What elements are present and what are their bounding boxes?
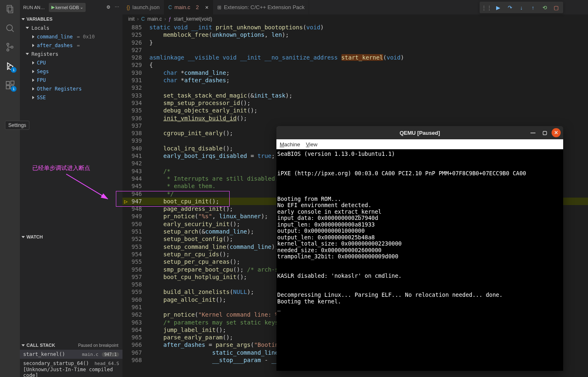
qemu-menubar[interactable]: Machine View xyxy=(276,139,563,149)
code-line[interactable]: 928asmlinkage __visible void __init __no… xyxy=(122,54,588,61)
editor-tab[interactable]: Cmain.c2× xyxy=(164,0,213,14)
local-variable[interactable]: after_dashes= xyxy=(22,41,122,50)
gear-icon[interactable]: ⚙ xyxy=(106,5,110,10)
code-content: memblock_free(unknown_options, len); xyxy=(149,31,289,38)
line-number: 885 xyxy=(131,24,149,31)
svg-point-5 xyxy=(7,49,9,51)
code-content: set_task_stack_end_magic(&init_task); xyxy=(149,92,293,99)
code-content: setup_per_cpu_areas(); xyxy=(149,258,240,265)
run-debug-icon[interactable]: 1 xyxy=(4,60,16,72)
minimize-button[interactable]: — xyxy=(528,128,538,137)
close-icon[interactable]: × xyxy=(205,4,209,11)
line-number: 926 xyxy=(131,39,149,46)
line-number: 943 xyxy=(131,167,149,175)
source-control-icon[interactable] xyxy=(4,41,16,53)
continue-button[interactable]: ▶ xyxy=(494,4,502,11)
restart-button[interactable]: ⟲ xyxy=(541,4,548,11)
grip-icon[interactable]: ⋮⋮ xyxy=(483,4,490,11)
extensions-badge: 1 xyxy=(11,86,17,92)
code-content: static void __init print_unknown_bootopt… xyxy=(149,24,324,31)
code-line[interactable]: 929{ xyxy=(122,61,588,69)
line-number: 964 xyxy=(131,326,149,334)
var-name: command_line xyxy=(37,34,73,40)
line-number: 958 xyxy=(131,281,149,288)
stop-button[interactable]: ▢ xyxy=(552,4,560,11)
editor-tab[interactable]: {}launch.json xyxy=(122,0,164,14)
line-number: 953 xyxy=(131,243,149,251)
watch-header[interactable]: WATCH xyxy=(20,232,122,241)
register-group[interactable]: CPU xyxy=(22,58,122,67)
line-number: 939 xyxy=(131,137,149,144)
code-line[interactable]: 936 init_vmlinux_build_id(); xyxy=(122,115,588,122)
code-content: setup_arch(&command_line); xyxy=(149,228,254,235)
explorer-icon[interactable] xyxy=(4,3,16,15)
step-over-button[interactable]: ↷ xyxy=(506,4,514,11)
more-icon[interactable]: ⋯ xyxy=(115,5,119,10)
code-line[interactable]: 934 smp_setup_processor_id(); xyxy=(122,99,588,107)
local-variable[interactable]: command_line= 0x10 xyxy=(22,32,122,41)
qemu-menu-machine[interactable]: Machine xyxy=(280,141,300,148)
code-line[interactable]: 927 xyxy=(122,46,588,54)
svg-point-4 xyxy=(7,43,9,45)
step-out-button[interactable]: ↑ xyxy=(529,4,537,11)
code-line[interactable]: 935 debug_objects_early_init(); xyxy=(122,107,588,114)
extensions-icon[interactable]: 1 xyxy=(4,79,16,91)
sidebar-title: RUN AND DEBUG xyxy=(23,5,46,10)
callstack-frame[interactable]: [Unknown/Just-In-Time compiled code] xyxy=(20,368,122,377)
code-line[interactable]: 932 xyxy=(122,84,588,91)
code-content: * enable them. xyxy=(149,182,216,190)
register-group[interactable]: FPU xyxy=(22,76,122,84)
register-group[interactable]: SSE xyxy=(22,93,122,102)
debug-toolbar[interactable]: ⋮⋮ ▶ ↷ ↓ ↑ ⟲ ▢ xyxy=(480,2,563,13)
code-content: setup_command_line(command_line); xyxy=(149,243,278,251)
code-content: page_address_init(); xyxy=(149,205,233,212)
line-number: 960 xyxy=(131,296,149,303)
code-content: } xyxy=(149,39,153,46)
register-group[interactable]: Other Registers xyxy=(22,84,122,93)
variables-header[interactable]: VARIABLES xyxy=(20,14,122,24)
qemu-window[interactable]: QEMU [Paused] — ▢ ✕ Machine View SeaBIOS… xyxy=(276,126,563,371)
registers-group[interactable]: Registers xyxy=(22,50,122,58)
qemu-titlebar[interactable]: QEMU [Paused] — ▢ ✕ xyxy=(276,126,563,139)
line-number: 946 xyxy=(131,190,149,198)
step-into-button[interactable]: ↓ xyxy=(518,4,525,11)
watch-section: WATCH xyxy=(20,232,122,341)
breadcrumb-symbol[interactable]: start_kernel(void) xyxy=(174,16,212,22)
frame-function: [Unknown/Just-In-Time compiled code] xyxy=(23,367,119,377)
svg-line-10 xyxy=(8,66,9,67)
breadcrumb-file[interactable]: main.c xyxy=(147,16,162,22)
line-number: 925 xyxy=(131,31,149,38)
code-line[interactable]: 885static void __init print_unknown_boot… xyxy=(122,24,588,31)
breadcrumb[interactable]: init › C main.c › ƒ start_kernel(void) xyxy=(122,14,588,24)
svg-rect-13 xyxy=(6,86,10,89)
code-line[interactable]: 930 char *command_line; xyxy=(122,69,588,76)
maximize-button[interactable]: ▢ xyxy=(540,128,549,137)
close-button[interactable]: ✕ xyxy=(552,128,561,137)
callstack-header[interactable]: CALL STACK Paused on breakpoint xyxy=(20,341,122,350)
breadcrumb-folder[interactable]: init xyxy=(128,16,134,22)
chevron-down-icon xyxy=(26,53,29,55)
line-number: 934 xyxy=(131,99,149,107)
callstack-frame[interactable]: start_kernel()main.c947:1 xyxy=(20,350,122,359)
search-icon[interactable] xyxy=(4,22,16,34)
qemu-menu-view[interactable]: View xyxy=(306,141,317,148)
register-group[interactable]: Segs xyxy=(22,67,122,76)
code-line[interactable]: 925 memblock_free(unknown_options, len); xyxy=(122,31,588,38)
qemu-console: SeaBIOS (version 1.13.0-1ubuntu1.1) iPXE… xyxy=(276,149,563,371)
debug-config-selector[interactable]: ▶ kernel GDB ⌄ xyxy=(49,3,86,12)
svg-rect-12 xyxy=(6,81,10,85)
code-content: local_irq_disable(); xyxy=(149,145,233,152)
var-value: = 0x10 xyxy=(77,34,95,40)
line-number: 954 xyxy=(131,251,149,258)
code-line[interactable]: 931 char *after_dashes; xyxy=(122,76,588,84)
code-line[interactable]: 926} xyxy=(122,39,588,46)
code-content: early_boot_irqs_disabled = true; xyxy=(149,152,275,160)
frame-function: start_kernel() xyxy=(23,351,65,357)
code-content: setup_boot_config(); xyxy=(149,235,233,243)
frame-function: secondary_startup_64() xyxy=(23,360,89,366)
locals-group[interactable]: Locals xyxy=(22,24,122,32)
code-line[interactable]: 933 set_task_stack_end_magic(&init_task)… xyxy=(122,92,588,99)
line-number: 938 xyxy=(131,129,149,137)
editor-tab[interactable]: ⊞Extension: C/C++ Extension Pack xyxy=(213,0,309,14)
line-number: 932 xyxy=(131,84,149,91)
